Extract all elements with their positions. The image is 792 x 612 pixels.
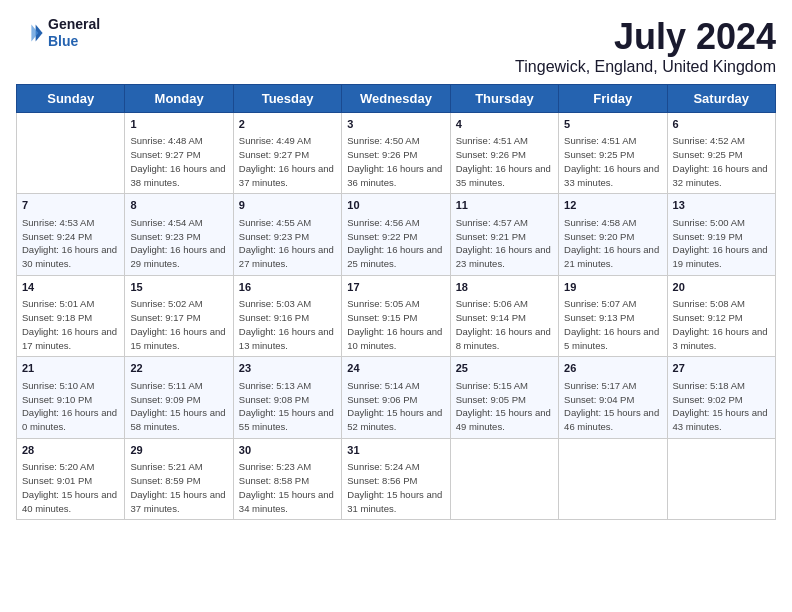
logo: General Blue — [16, 16, 100, 50]
day-info: Sunrise: 5:20 AMSunset: 9:01 PMDaylight:… — [22, 460, 119, 515]
day-info: Sunrise: 4:58 AMSunset: 9:20 PMDaylight:… — [564, 216, 661, 271]
day-info: Sunrise: 5:13 AMSunset: 9:08 PMDaylight:… — [239, 379, 336, 434]
day-info: Sunrise: 4:54 AMSunset: 9:23 PMDaylight:… — [130, 216, 227, 271]
calendar-cell: 29Sunrise: 5:21 AMSunset: 8:59 PMDayligh… — [125, 438, 233, 519]
day-number: 29 — [130, 443, 227, 458]
day-number: 3 — [347, 117, 444, 132]
day-info: Sunrise: 5:02 AMSunset: 9:17 PMDaylight:… — [130, 297, 227, 352]
day-info: Sunrise: 5:00 AMSunset: 9:19 PMDaylight:… — [673, 216, 770, 271]
day-info: Sunrise: 5:06 AMSunset: 9:14 PMDaylight:… — [456, 297, 553, 352]
calendar-cell: 5Sunrise: 4:51 AMSunset: 9:25 PMDaylight… — [559, 113, 667, 194]
day-number: 25 — [456, 361, 553, 376]
day-info: Sunrise: 5:11 AMSunset: 9:09 PMDaylight:… — [130, 379, 227, 434]
calendar-cell: 16Sunrise: 5:03 AMSunset: 9:16 PMDayligh… — [233, 275, 341, 356]
page-container: General Blue July 2024 Tingewick, Englan… — [16, 16, 776, 520]
calendar-cell: 17Sunrise: 5:05 AMSunset: 9:15 PMDayligh… — [342, 275, 450, 356]
calendar-cell: 15Sunrise: 5:02 AMSunset: 9:17 PMDayligh… — [125, 275, 233, 356]
day-info: Sunrise: 4:48 AMSunset: 9:27 PMDaylight:… — [130, 134, 227, 189]
calendar-week-row: 14Sunrise: 5:01 AMSunset: 9:18 PMDayligh… — [17, 275, 776, 356]
calendar-cell: 28Sunrise: 5:20 AMSunset: 9:01 PMDayligh… — [17, 438, 125, 519]
day-number: 4 — [456, 117, 553, 132]
logo-blue: Blue — [48, 33, 100, 50]
calendar-week-row: 1Sunrise: 4:48 AMSunset: 9:27 PMDaylight… — [17, 113, 776, 194]
calendar-cell: 18Sunrise: 5:06 AMSunset: 9:14 PMDayligh… — [450, 275, 558, 356]
day-info: Sunrise: 5:24 AMSunset: 8:56 PMDaylight:… — [347, 460, 444, 515]
day-number: 13 — [673, 198, 770, 213]
calendar-week-row: 7Sunrise: 4:53 AMSunset: 9:24 PMDaylight… — [17, 194, 776, 275]
day-info: Sunrise: 5:01 AMSunset: 9:18 PMDaylight:… — [22, 297, 119, 352]
title-section: July 2024 Tingewick, England, United Kin… — [515, 16, 776, 76]
day-info: Sunrise: 4:51 AMSunset: 9:25 PMDaylight:… — [564, 134, 661, 189]
day-info: Sunrise: 5:18 AMSunset: 9:02 PMDaylight:… — [673, 379, 770, 434]
day-number: 12 — [564, 198, 661, 213]
calendar-cell: 30Sunrise: 5:23 AMSunset: 8:58 PMDayligh… — [233, 438, 341, 519]
calendar-cell: 1Sunrise: 4:48 AMSunset: 9:27 PMDaylight… — [125, 113, 233, 194]
day-info: Sunrise: 4:56 AMSunset: 9:22 PMDaylight:… — [347, 216, 444, 271]
calendar-table: SundayMondayTuesdayWednesdayThursdayFrid… — [16, 84, 776, 520]
day-number: 28 — [22, 443, 119, 458]
weekday-header-saturday: Saturday — [667, 85, 775, 113]
day-number: 21 — [22, 361, 119, 376]
day-number: 8 — [130, 198, 227, 213]
day-number: 18 — [456, 280, 553, 295]
day-info: Sunrise: 5:23 AMSunset: 8:58 PMDaylight:… — [239, 460, 336, 515]
logo-general: General — [48, 16, 100, 33]
calendar-cell: 8Sunrise: 4:54 AMSunset: 9:23 PMDaylight… — [125, 194, 233, 275]
logo-text: General Blue — [48, 16, 100, 50]
day-info: Sunrise: 4:57 AMSunset: 9:21 PMDaylight:… — [456, 216, 553, 271]
calendar-cell: 14Sunrise: 5:01 AMSunset: 9:18 PMDayligh… — [17, 275, 125, 356]
day-number: 23 — [239, 361, 336, 376]
weekday-header-monday: Monday — [125, 85, 233, 113]
header: General Blue July 2024 Tingewick, Englan… — [16, 16, 776, 76]
calendar-cell: 9Sunrise: 4:55 AMSunset: 9:23 PMDaylight… — [233, 194, 341, 275]
day-number: 5 — [564, 117, 661, 132]
calendar-cell: 25Sunrise: 5:15 AMSunset: 9:05 PMDayligh… — [450, 357, 558, 438]
day-number: 26 — [564, 361, 661, 376]
weekday-header-thursday: Thursday — [450, 85, 558, 113]
day-info: Sunrise: 5:10 AMSunset: 9:10 PMDaylight:… — [22, 379, 119, 434]
weekday-header-wednesday: Wednesday — [342, 85, 450, 113]
calendar-cell: 4Sunrise: 4:51 AMSunset: 9:26 PMDaylight… — [450, 113, 558, 194]
day-number: 9 — [239, 198, 336, 213]
calendar-week-row: 21Sunrise: 5:10 AMSunset: 9:10 PMDayligh… — [17, 357, 776, 438]
day-number: 19 — [564, 280, 661, 295]
weekday-header-friday: Friday — [559, 85, 667, 113]
day-info: Sunrise: 5:14 AMSunset: 9:06 PMDaylight:… — [347, 379, 444, 434]
calendar-week-row: 28Sunrise: 5:20 AMSunset: 9:01 PMDayligh… — [17, 438, 776, 519]
day-number: 11 — [456, 198, 553, 213]
day-number: 27 — [673, 361, 770, 376]
day-number: 2 — [239, 117, 336, 132]
day-info: Sunrise: 4:52 AMSunset: 9:25 PMDaylight:… — [673, 134, 770, 189]
calendar-cell — [667, 438, 775, 519]
day-number: 7 — [22, 198, 119, 213]
calendar-cell — [450, 438, 558, 519]
weekday-header-row: SundayMondayTuesdayWednesdayThursdayFrid… — [17, 85, 776, 113]
day-info: Sunrise: 5:08 AMSunset: 9:12 PMDaylight:… — [673, 297, 770, 352]
calendar-cell: 3Sunrise: 4:50 AMSunset: 9:26 PMDaylight… — [342, 113, 450, 194]
calendar-cell: 2Sunrise: 4:49 AMSunset: 9:27 PMDaylight… — [233, 113, 341, 194]
day-number: 6 — [673, 117, 770, 132]
location-subtitle: Tingewick, England, United Kingdom — [515, 58, 776, 76]
day-info: Sunrise: 4:55 AMSunset: 9:23 PMDaylight:… — [239, 216, 336, 271]
day-number: 10 — [347, 198, 444, 213]
day-number: 17 — [347, 280, 444, 295]
day-info: Sunrise: 4:53 AMSunset: 9:24 PMDaylight:… — [22, 216, 119, 271]
day-info: Sunrise: 5:15 AMSunset: 9:05 PMDaylight:… — [456, 379, 553, 434]
day-number: 16 — [239, 280, 336, 295]
calendar-cell: 7Sunrise: 4:53 AMSunset: 9:24 PMDaylight… — [17, 194, 125, 275]
day-number: 22 — [130, 361, 227, 376]
day-number: 20 — [673, 280, 770, 295]
day-number: 15 — [130, 280, 227, 295]
day-number: 30 — [239, 443, 336, 458]
calendar-body: 1Sunrise: 4:48 AMSunset: 9:27 PMDaylight… — [17, 113, 776, 520]
day-info: Sunrise: 5:05 AMSunset: 9:15 PMDaylight:… — [347, 297, 444, 352]
weekday-header-tuesday: Tuesday — [233, 85, 341, 113]
day-info: Sunrise: 5:03 AMSunset: 9:16 PMDaylight:… — [239, 297, 336, 352]
calendar-cell: 11Sunrise: 4:57 AMSunset: 9:21 PMDayligh… — [450, 194, 558, 275]
logo-icon — [16, 19, 44, 47]
month-year-title: July 2024 — [515, 16, 776, 58]
calendar-cell: 21Sunrise: 5:10 AMSunset: 9:10 PMDayligh… — [17, 357, 125, 438]
day-info: Sunrise: 4:51 AMSunset: 9:26 PMDaylight:… — [456, 134, 553, 189]
day-number: 14 — [22, 280, 119, 295]
calendar-cell: 13Sunrise: 5:00 AMSunset: 9:19 PMDayligh… — [667, 194, 775, 275]
